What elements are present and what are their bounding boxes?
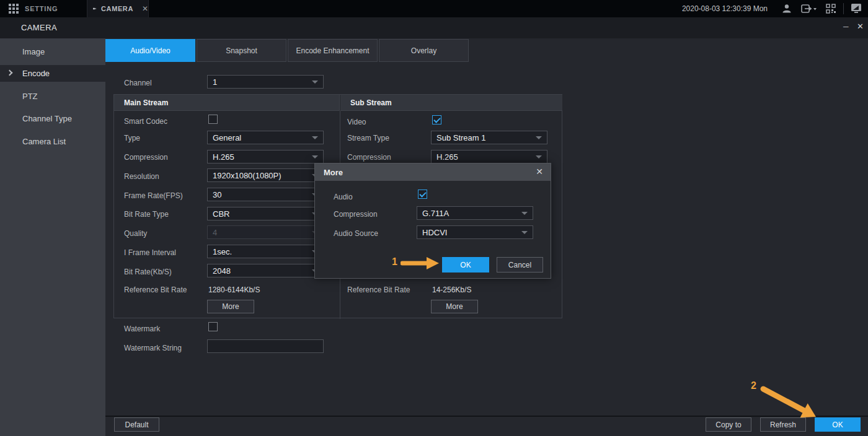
watermark-checkbox[interactable] [208,322,218,331]
sidebar-item-ptz[interactable]: PTZ [0,88,105,105]
resolution-select[interactable]: 1920x1080(1080P) [207,168,324,182]
main-compression-select[interactable]: H.265 [207,150,324,164]
main-stream-header: Main Stream [114,95,340,111]
dialog-ok-button[interactable]: OK [442,257,489,272]
tab-close-icon[interactable]: ✕ [142,4,148,13]
user-icon[interactable] [782,4,792,14]
sub-compression-label: Compression [347,153,391,162]
copy-to-button[interactable]: Copy to [706,417,751,432]
sub-ref-bitrate-value: 14-256Kb/S [432,286,471,294]
chevron-down-icon [312,136,318,139]
dialog-compression-select[interactable]: G.711A [417,206,533,220]
close-button[interactable]: ✕ [857,22,866,30]
type-select[interactable]: General [207,131,324,144]
refresh-button[interactable]: Refresh [760,417,806,432]
page-title: CAMERA [21,23,57,32]
framerate-select[interactable]: 30 [207,188,324,201]
quality-select: 4 [207,225,324,239]
quality-label: Quality [124,229,147,238]
sidebar: Image Encode PTZ Channel Type Camera Lis… [0,38,105,436]
type-label: Type [124,134,140,142]
chevron-down-icon [536,136,542,139]
sidebar-item-camera-list[interactable]: Camera List [0,133,105,150]
video-label: Video [347,118,366,126]
video-checkbox[interactable] [432,115,441,124]
camera-icon [93,6,96,12]
default-button[interactable]: Default [114,417,159,432]
tab-camera-label: CAMERA [101,5,133,12]
audio-source-select[interactable]: HDCVI [417,225,533,239]
main-more-button[interactable]: More [207,300,254,313]
watermark-string-input[interactable] [207,339,324,353]
chevron-right-icon [7,70,13,76]
audio-checkbox[interactable] [418,190,427,199]
dialog-compression-label: Compression [334,210,378,219]
footer-ok-button[interactable]: OK [815,417,861,432]
datetime-display: 2020-08-03 12:30:39 Mon [670,4,768,13]
watermark-label: Watermark [124,325,160,333]
bitrate-type-label: Bit Rate Type [124,210,169,219]
main-ref-bitrate-value: 1280-6144Kb/S [208,286,260,294]
smart-codec-label: Smart Codec [124,117,167,126]
chevron-down-icon [521,212,528,215]
chevron-down-icon [312,155,318,159]
resolution-label: Resolution [124,172,159,181]
sub-ref-bitrate-label: Reference Bit Rate [347,286,410,294]
tab-snapshot[interactable]: Snapshot [197,39,286,62]
annotation-step-1: 1 [392,256,397,268]
tab-encode-enhancement[interactable]: Encode Enhancement [288,39,378,62]
sidebar-item-encode[interactable]: Encode [0,65,105,82]
more-dialog-title: More [324,168,343,177]
stream-type-select[interactable]: Sub Stream 1 [431,131,547,144]
minimize-button[interactable]: ─ [843,22,852,31]
main-ref-bitrate-label: Reference Bit Rate [124,286,187,294]
audio-label: Audio [334,193,353,201]
chevron-down-icon [536,155,542,159]
dialog-cancel-button[interactable]: Cancel [497,257,543,272]
annotation-arrow-1 [401,256,440,271]
setting-label: SETTING [25,5,58,12]
chevron-down-icon [312,81,318,84]
iframe-interval-select[interactable]: 1sec. [207,245,324,258]
annotation-step-2: 2 [751,380,756,391]
camera-settings-screen: SETTING CAMERA ✕ 2020-08-03 12:30:39 Mon [0,0,868,436]
bitrate-label: Bit Rate(Kb/S) [124,268,172,276]
annotation-arrow-2 [759,384,821,419]
logout-icon[interactable] [801,4,817,14]
main-compression-label: Compression [124,153,168,162]
bitrate-type-select[interactable]: CBR [207,207,324,220]
top-bar: SETTING CAMERA ✕ 2020-08-03 12:30:39 Mon [0,0,868,17]
tab-camera-topbar[interactable]: CAMERA ✕ [87,0,149,17]
tab-overlay[interactable]: Overlay [379,39,469,62]
display-output-icon[interactable] [851,3,862,14]
smart-codec-checkbox[interactable] [208,115,218,124]
iframe-interval-label: I Frame Interval [124,248,176,257]
topbar-divider [843,3,844,14]
main-menu-grid-icon[interactable] [9,4,19,14]
window-header: CAMERA [0,17,868,38]
bitrate-select[interactable]: 2048 [207,264,324,277]
sub-compression-select[interactable]: H.265 [431,150,547,164]
framerate-label: Frame Rate(FPS) [124,191,183,200]
qr-code-icon[interactable] [826,4,836,14]
sidebar-item-channel-type[interactable]: Channel Type [0,110,105,127]
footer-divider [105,416,868,417]
stream-type-label: Stream Type [347,134,389,142]
channel-label: Channel [124,79,152,87]
tab-audio-video[interactable]: Audio/Video [105,39,195,62]
chevron-down-icon [521,231,528,234]
more-dialog-titlebar: More ✕ [315,164,551,181]
sub-more-button[interactable]: More [431,300,478,313]
watermark-string-label: Watermark String [124,344,182,352]
sub-stream-header: Sub Stream [340,95,562,111]
dialog-close-icon[interactable]: ✕ [536,167,543,177]
audio-source-label: Audio Source [334,229,378,238]
channel-select[interactable]: 1 [207,75,324,89]
sidebar-item-image[interactable]: Image [0,43,105,60]
